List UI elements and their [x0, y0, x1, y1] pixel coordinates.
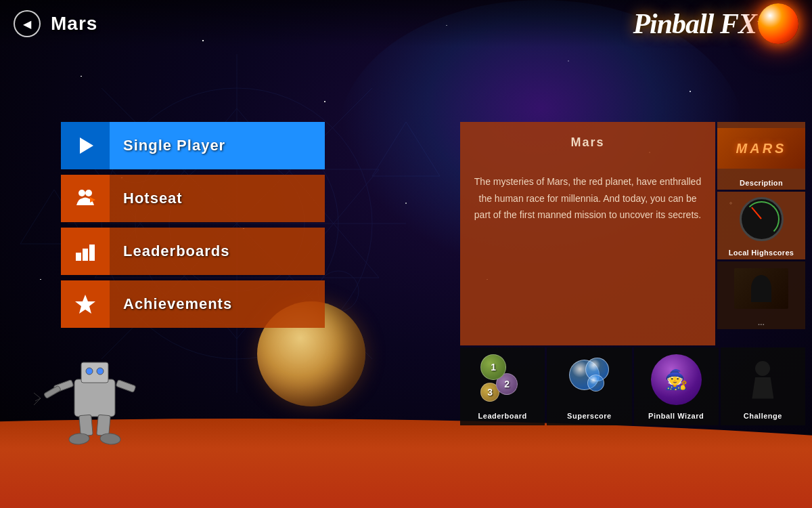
- hotseat-label: Hotseat: [123, 190, 183, 207]
- svg-point-15: [86, 368, 93, 375]
- highscores-thumb-label: Local Highscores: [729, 246, 794, 259]
- left-menu-panel: Single Player Hotseat Leaderboards: [61, 122, 325, 333]
- ball-1: 1: [480, 354, 506, 380]
- challenge-silhouette: [752, 361, 773, 399]
- svg-marker-30: [90, 197, 95, 203]
- hotseat-icon-bg: [61, 175, 110, 222]
- header: Mars Pinball FX ™: [0, 0, 812, 47]
- single-player-icon-bg: [61, 122, 110, 169]
- leaderboard-label: Leaderboard: [478, 412, 527, 420]
- score-item-challenge[interactable]: Challenge: [721, 347, 805, 425]
- page-title: Mars: [51, 13, 97, 35]
- extra-thumb[interactable]: ...: [717, 261, 805, 329]
- menu-item-single-player[interactable]: Single Player: [61, 122, 325, 169]
- svg-point-28: [78, 190, 85, 196]
- hotseat-icon: [73, 186, 97, 211]
- mars-logo-display: MARS: [717, 128, 805, 169]
- bottom-items: 1 2 3 Leaderboard Superscore 🧙: [460, 347, 805, 425]
- svg-rect-19: [116, 380, 136, 393]
- score-item-leaderboard[interactable]: 1 2 3 Leaderboard: [460, 347, 545, 425]
- highscores-icon: [717, 192, 805, 246]
- play-icon: [73, 133, 97, 158]
- svg-point-16: [97, 368, 104, 375]
- challenge-label: Challenge: [744, 412, 782, 420]
- logo: Pinball FX ™: [633, 0, 798, 47]
- description-main: Mars The mysteries of Mars, the red plan…: [460, 122, 715, 345]
- menu-item-achievements[interactable]: Achievements: [61, 280, 325, 328]
- hotseat-label-bg: Hotseat: [110, 175, 325, 222]
- person-head: [755, 361, 770, 376]
- svg-rect-33: [89, 245, 95, 261]
- speedo-arc: [744, 201, 780, 237]
- right-panel: Mars The mysteries of Mars, the red plan…: [460, 122, 805, 425]
- mars-logo-thumb: MARS: [717, 122, 805, 176]
- header-left: Mars: [14, 10, 97, 37]
- challenge-icon-container: [752, 347, 773, 412]
- single-player-label: Single Player: [123, 137, 225, 154]
- svg-point-22: [68, 433, 89, 446]
- description-title: Mars: [570, 135, 604, 150]
- logo-fireball: [758, 3, 798, 44]
- pinball-wizard-label: Pinball Wizard: [648, 412, 704, 420]
- leaderboard-balls-icon: 1 2 3: [477, 354, 528, 405]
- logo-text: Pinball FX: [633, 7, 757, 40]
- description-thumb[interactable]: MARS Description: [717, 122, 805, 190]
- leaderboards-label: Leaderboards: [123, 242, 230, 260]
- achievements-label-bg: Achievements: [110, 280, 325, 328]
- robot-decoration: [34, 352, 156, 454]
- superscore-bubbles-icon: [564, 354, 614, 405]
- svg-line-26: [34, 398, 41, 405]
- desc-and-side: Mars The mysteries of Mars, the red plan…: [460, 122, 805, 345]
- speedometer: [740, 197, 784, 241]
- svg-rect-18: [44, 385, 62, 398]
- leaderboards-label-bg: Leaderboards: [110, 228, 325, 275]
- superscore-label: Superscore: [567, 412, 612, 420]
- svg-point-23: [99, 433, 120, 446]
- menu-item-leaderboards[interactable]: Leaderboards: [61, 228, 325, 275]
- description-body: The mysteries of Mars, the red planet, h…: [474, 173, 702, 224]
- bubble-3: [587, 375, 604, 391]
- description-thumb-label: Description: [740, 176, 783, 190]
- svg-rect-20: [79, 415, 93, 436]
- svg-rect-31: [76, 253, 81, 261]
- superscore-icon-container: [564, 347, 614, 412]
- back-button[interactable]: [14, 10, 41, 37]
- wizard-icon-container: 🧙: [651, 347, 702, 412]
- svg-marker-12: [372, 122, 440, 176]
- achievements-icon: [73, 292, 97, 316]
- svg-line-25: [35, 398, 41, 401]
- svg-point-29: [85, 190, 92, 196]
- side-column: MARS Description Local Highscores: [717, 122, 805, 345]
- wizard-hat-icon: 🧙: [651, 354, 702, 405]
- svg-rect-14: [81, 362, 108, 383]
- highscores-thumb[interactable]: Local Highscores: [717, 192, 805, 259]
- score-item-superscore[interactable]: Superscore: [547, 347, 631, 425]
- leaderboard-icon-container: 1 2 3: [477, 347, 528, 412]
- achievements-label: Achievements: [123, 295, 232, 313]
- extra-thumb-label: ...: [758, 316, 765, 329]
- extra-icon: [717, 261, 805, 316]
- achievements-icon-bg: [61, 280, 110, 328]
- svg-rect-21: [97, 415, 111, 436]
- leaderboards-icon: [73, 239, 97, 263]
- svg-marker-27: [80, 137, 93, 154]
- svg-rect-32: [83, 249, 88, 261]
- svg-line-24: [34, 393, 41, 398]
- person-body: [752, 377, 773, 399]
- leaderboards-icon-bg: [61, 228, 110, 275]
- menu-item-hotseat[interactable]: Hotseat: [61, 175, 325, 222]
- single-player-label-bg: Single Player: [110, 122, 325, 169]
- svg-rect-13: [74, 379, 115, 417]
- score-item-pinball-wizard[interactable]: 🧙 Pinball Wizard: [634, 347, 719, 425]
